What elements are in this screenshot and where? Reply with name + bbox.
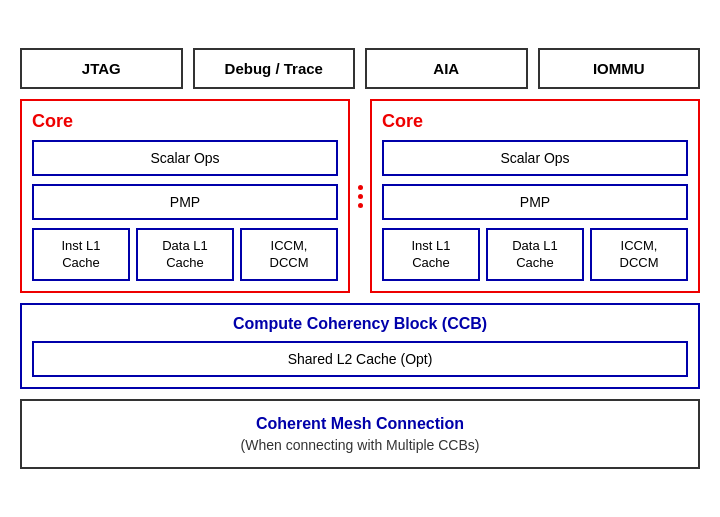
cache-row-right: Inst L1Cache Data L1Cache ICCM,DCCM	[382, 228, 688, 282]
scalar-ops-left: Scalar Ops	[32, 140, 338, 176]
jtag-box: JTAG	[20, 48, 183, 89]
core-left-label: Core	[32, 111, 338, 132]
core-right-label: Core	[382, 111, 688, 132]
iccm-right-box: ICCM,DCCM	[590, 228, 688, 282]
data-l1-right-box: Data L1Cache	[486, 228, 584, 282]
aia-box: AIA	[365, 48, 528, 89]
debug-trace-label: Debug / Trace	[225, 60, 323, 77]
connector-dot-3	[358, 203, 363, 208]
core-right-box: Core Scalar Ops PMP Inst L1Cache Data L1…	[370, 99, 700, 294]
scalar-ops-right: Scalar Ops	[382, 140, 688, 176]
ccb-shared-cache: Shared L2 Cache (Opt)	[32, 341, 688, 377]
cores-wrapper: Core Scalar Ops PMP Inst L1Cache Data L1…	[20, 99, 700, 294]
core-connector	[350, 99, 370, 294]
connector-dot-2	[358, 194, 363, 199]
top-row: JTAG Debug / Trace AIA IOMMU	[20, 48, 700, 89]
pmp-left: PMP	[32, 184, 338, 220]
inst-l1-right-box: Inst L1Cache	[382, 228, 480, 282]
iommu-box: IOMMU	[538, 48, 701, 89]
connector-dot-1	[358, 185, 363, 190]
debug-trace-box: Debug / Trace	[193, 48, 356, 89]
core-left-box: Core Scalar Ops PMP Inst L1Cache Data L1…	[20, 99, 350, 294]
diagram: JTAG Debug / Trace AIA IOMMU Core Scalar…	[10, 38, 710, 480]
iommu-label: IOMMU	[593, 60, 645, 77]
pmp-right: PMP	[382, 184, 688, 220]
inst-l1-left-box: Inst L1Cache	[32, 228, 130, 282]
iccm-left-box: ICCM,DCCM	[240, 228, 338, 282]
mesh-section: Coherent Mesh Connection (When connectin…	[20, 399, 700, 469]
mesh-subtitle: (When connecting with Multiple CCBs)	[32, 437, 688, 453]
aia-label: AIA	[433, 60, 459, 77]
ccb-section: Compute Coherency Block (CCB) Shared L2 …	[20, 303, 700, 389]
jtag-label: JTAG	[82, 60, 121, 77]
mesh-title: Coherent Mesh Connection	[32, 415, 688, 433]
data-l1-left-box: Data L1Cache	[136, 228, 234, 282]
ccb-title: Compute Coherency Block (CCB)	[32, 315, 688, 333]
cache-row-left: Inst L1Cache Data L1Cache ICCM,DCCM	[32, 228, 338, 282]
